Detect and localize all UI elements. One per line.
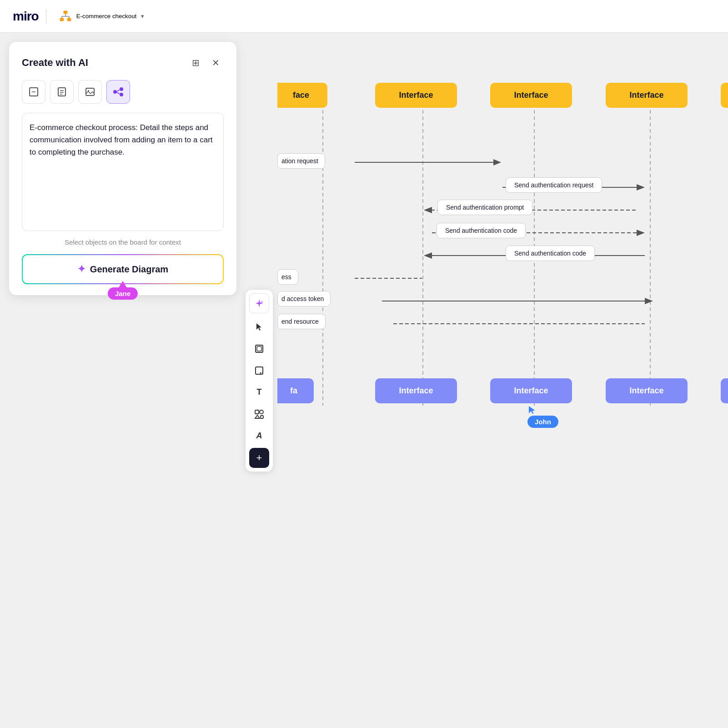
project-selector[interactable]: E-commerce checkout ▾ (54, 7, 150, 25)
project-name: E-commerce checkout (76, 13, 137, 20)
msg-partial-ation-request: ation request (277, 153, 325, 169)
ai-sparkle-button[interactable] (249, 293, 269, 313)
miro-logo: miro (13, 9, 39, 24)
svg-point-15 (113, 90, 117, 94)
msg-partial-access-token: d access token (277, 291, 331, 306)
svg-rect-21 (257, 346, 261, 351)
select-tool-button[interactable] (249, 317, 269, 337)
generate-diagram-button[interactable]: ✦ Generate Diagram (22, 254, 224, 284)
svg-marker-33 (637, 184, 645, 191)
add-tool-button[interactable]: + (249, 448, 269, 468)
diagram-area[interactable]: face Interface Interface Interface ation… (277, 33, 728, 728)
topbar: miro E-commerce checkout ▾ (0, 0, 728, 33)
prompt-textarea[interactable]: E-commerce checkout process: Detail the … (22, 113, 224, 231)
svg-rect-2 (67, 18, 71, 21)
jane-cursor-label: Jane (108, 287, 138, 300)
sticky-note-tool-button[interactable] (22, 80, 45, 104)
svg-point-24 (260, 410, 263, 414)
svg-rect-0 (64, 11, 67, 14)
svg-marker-31 (493, 159, 501, 166)
interface-purple-partial-left: fa (277, 378, 314, 403)
interface-yellow-partial-left: face (277, 83, 327, 108)
msg-send-auth-prompt: Send authentication prompt (437, 200, 532, 215)
ai-panel: Create with AI ⊞ ✕ (9, 42, 236, 295)
msg-partial-ess: ess (277, 269, 298, 285)
interface-yellow-partial-right (721, 83, 728, 108)
diagram-tool-button[interactable] (106, 80, 130, 104)
text-tool-icon: T (257, 387, 262, 397)
msg-send-auth-request: Send authentication request (506, 177, 602, 193)
svg-rect-13 (86, 88, 94, 95)
canvas-area[interactable]: Create with AI ⊞ ✕ (0, 33, 728, 728)
svg-line-18 (117, 90, 120, 92)
panel-header: Create with AI ⊞ ✕ (22, 55, 224, 71)
sticky-note-button[interactable] (249, 361, 269, 381)
topbar-divider (46, 9, 46, 24)
doc-tool-button[interactable] (50, 80, 74, 104)
svg-line-19 (117, 92, 120, 94)
interface-yellow-2: Interface (490, 83, 572, 108)
image-tool-button[interactable] (78, 80, 102, 104)
interface-purple-partial-right (721, 378, 728, 403)
tool-icons-row (22, 80, 224, 104)
smart-draw-button[interactable]: A (249, 426, 269, 446)
panel-header-actions: ⊞ ✕ (187, 55, 224, 71)
generate-label: Generate Diagram (90, 264, 168, 275)
interface-yellow-3: Interface (606, 83, 688, 108)
text-tool-button[interactable]: T (249, 382, 269, 402)
svg-marker-39 (424, 252, 432, 259)
svg-marker-35 (424, 207, 432, 213)
vertical-toolbar: T A + (246, 290, 273, 472)
john-cursor-label: John (527, 416, 558, 428)
frame-tool-button[interactable] (249, 339, 269, 359)
interface-purple-2: Interface (490, 378, 572, 403)
context-hint: Select objects on the board for context (22, 238, 224, 246)
svg-rect-22 (256, 367, 263, 374)
new-frame-button[interactable]: ⊞ (187, 55, 204, 71)
msg-send-auth-code-right: Send authentication code (437, 223, 526, 238)
interface-yellow-1: Interface (375, 83, 457, 108)
svg-marker-37 (637, 230, 645, 236)
prompt-text: E-commerce checkout process: Detail the … (30, 123, 213, 156)
panel-title: Create with AI (22, 57, 88, 69)
sparkle-icon: ✦ (77, 263, 85, 275)
john-cursor: John (527, 405, 558, 428)
svg-rect-1 (60, 18, 64, 21)
shapes-tool-button[interactable] (249, 404, 269, 424)
svg-rect-25 (261, 416, 263, 418)
svg-marker-42 (645, 298, 653, 304)
msg-partial-resource: end resource (277, 314, 326, 329)
org-chart-icon (59, 10, 72, 23)
svg-rect-23 (255, 410, 259, 414)
plus-icon: + (256, 452, 262, 464)
interface-purple-3: Interface (606, 378, 688, 403)
interface-purple-1: Interface (375, 378, 457, 403)
chevron-down-icon: ▾ (141, 13, 144, 20)
smart-draw-icon: A (256, 431, 262, 441)
svg-point-16 (120, 87, 123, 91)
close-panel-button[interactable]: ✕ (207, 55, 224, 71)
svg-point-17 (120, 93, 123, 96)
jane-cursor: Jane (108, 281, 138, 300)
msg-send-auth-code-left: Send authentication code (506, 246, 595, 261)
john-cursor-arrow (527, 405, 537, 415)
svg-rect-9 (58, 88, 65, 96)
